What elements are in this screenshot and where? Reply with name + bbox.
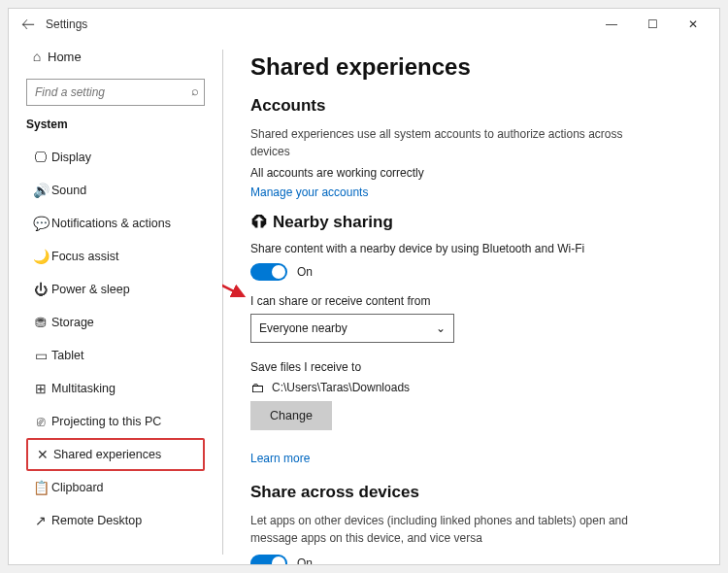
receive-from-value: Everyone nearby — [259, 321, 347, 335]
sidebar-item-label: Remote Desktop — [51, 514, 142, 527]
content-pane: Shared experiences Accounts Shared exper… — [222, 40, 719, 564]
sidebar-item-label: Focus assist — [51, 250, 118, 263]
minimize-button[interactable]: — — [591, 17, 632, 31]
sidebar-item-label: Clipboard — [51, 481, 104, 494]
power-icon: ⏻ — [30, 282, 51, 297]
sidebar-item-power-sleep[interactable]: ⏻Power & sleep — [26, 273, 205, 306]
chevron-down-icon: ⌄ — [436, 321, 446, 335]
sidebar-item-storage[interactable]: ⛃Storage — [26, 306, 205, 339]
search-icon: ⌕ — [191, 84, 199, 98]
share-across-toggle[interactable] — [250, 555, 287, 564]
share-across-toggle-state: On — [297, 556, 313, 564]
home-label: Home — [48, 50, 82, 64]
share-across-heading: Share across devices — [250, 483, 692, 502]
page-title: Shared experiences — [250, 53, 692, 81]
sidebar-item-projecting[interactable]: ⎚Projecting to this PC — [26, 405, 205, 438]
back-button[interactable]: 🡠 — [15, 17, 42, 32]
projecting-icon: ⎚ — [30, 414, 51, 429]
save-path-row: 🗀 C:\Users\Taras\Downloads — [250, 380, 692, 395]
share-across-desc: Let apps on other devices (including lin… — [250, 512, 658, 547]
maximize-button[interactable]: ☐ — [632, 17, 673, 31]
save-path: C:\Users\Taras\Downloads — [272, 381, 410, 394]
sidebar-home[interactable]: ⌂ Home — [26, 40, 205, 73]
sidebar: ⌂ Home ⌕ System 🖵Display 🔊Sound 💬Notific… — [9, 40, 222, 564]
sidebar-item-clipboard[interactable]: 📋Clipboard — [26, 471, 205, 504]
search-input[interactable] — [26, 79, 205, 106]
share-icon: ⮉ — [250, 213, 267, 232]
sidebar-section: System — [26, 118, 205, 131]
nearby-toggle-state: On — [297, 265, 313, 279]
sidebar-item-focus-assist[interactable]: 🌙Focus assist — [26, 240, 205, 273]
accounts-heading: Accounts — [250, 96, 692, 116]
sidebar-item-label: Power & sleep — [51, 283, 130, 296]
learn-more-link[interactable]: Learn more — [250, 452, 692, 465]
sidebar-item-label: Multitasking — [51, 382, 116, 395]
sidebar-item-display[interactable]: 🖵Display — [26, 141, 205, 174]
sidebar-item-label: Notifications & actions — [51, 217, 171, 230]
window-controls: — ☐ ✕ — [591, 17, 713, 31]
sidebar-item-label: Storage — [51, 316, 94, 329]
sidebar-item-label: Tablet — [51, 349, 83, 362]
shared-icon: ✕ — [32, 447, 53, 462]
receive-from-label: I can share or receive content from — [250, 294, 692, 308]
change-button[interactable]: Change — [250, 401, 332, 430]
window-title: Settings — [46, 17, 87, 31]
focus-icon: 🌙 — [30, 249, 51, 264]
tablet-icon: ▭ — [30, 348, 51, 363]
accounts-desc: Shared experiences use all system accoun… — [250, 125, 658, 160]
manage-accounts-link[interactable]: Manage your accounts — [250, 185, 692, 199]
sidebar-item-label: Sound — [51, 184, 86, 197]
close-button[interactable]: ✕ — [673, 17, 713, 31]
nearby-sharing-toggle[interactable] — [250, 263, 287, 281]
settings-window: 🡠 Settings — ☐ ✕ ⌂ Home ⌕ System 🖵Displa… — [8, 8, 720, 565]
sidebar-item-multitasking[interactable]: ⊞Multitasking — [26, 372, 205, 405]
sidebar-item-tablet[interactable]: ▭Tablet — [26, 339, 205, 372]
save-files-label: Save files I receive to — [250, 360, 692, 374]
folder-icon: 🗀 — [250, 380, 264, 395]
notifications-icon: 💬 — [30, 216, 51, 231]
home-icon: ⌂ — [26, 49, 48, 64]
nearby-heading: ⮉Nearby sharing — [250, 213, 692, 232]
sidebar-item-sound[interactable]: 🔊Sound — [26, 174, 205, 207]
accounts-status: All accounts are working correctly — [250, 166, 692, 180]
sidebar-item-notifications[interactable]: 💬Notifications & actions — [26, 207, 205, 240]
sidebar-item-label: Projecting to this PC — [51, 415, 161, 428]
sidebar-item-shared-experiences[interactable]: ✕Shared experiences — [26, 438, 205, 471]
clipboard-icon: 📋 — [30, 480, 51, 495]
nearby-desc: Share content with a nearby device by us… — [250, 242, 692, 255]
receive-from-select[interactable]: Everyone nearby ⌄ — [250, 314, 454, 343]
display-icon: 🖵 — [30, 150, 51, 165]
remote-icon: ↗ — [30, 513, 51, 528]
sidebar-item-remote-desktop[interactable]: ↗Remote Desktop — [26, 504, 205, 537]
search-box[interactable]: ⌕ — [26, 79, 205, 106]
sidebar-item-label: Shared experiences — [53, 448, 161, 461]
storage-icon: ⛃ — [30, 315, 51, 330]
sidebar-item-label: Display — [51, 151, 91, 164]
multitasking-icon: ⊞ — [30, 381, 51, 396]
sound-icon: 🔊 — [30, 183, 51, 198]
titlebar: 🡠 Settings — ☐ ✕ — [9, 9, 719, 40]
